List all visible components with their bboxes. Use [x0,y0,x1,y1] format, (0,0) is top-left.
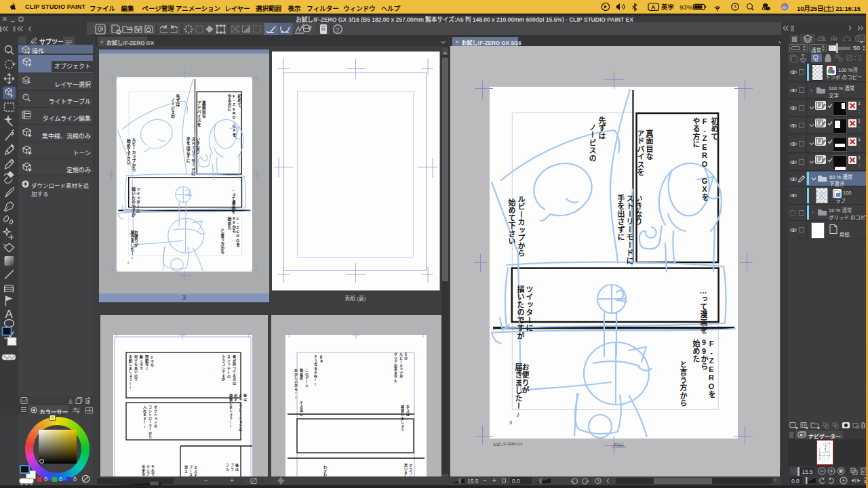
svg-text:英字: 英字 [661,3,675,11]
svg-text:93%: 93% [679,3,693,11]
svg-text:A: A [5,308,14,321]
svg-text:A: A [651,4,655,11]
svg-text:?: ? [336,26,339,33]
